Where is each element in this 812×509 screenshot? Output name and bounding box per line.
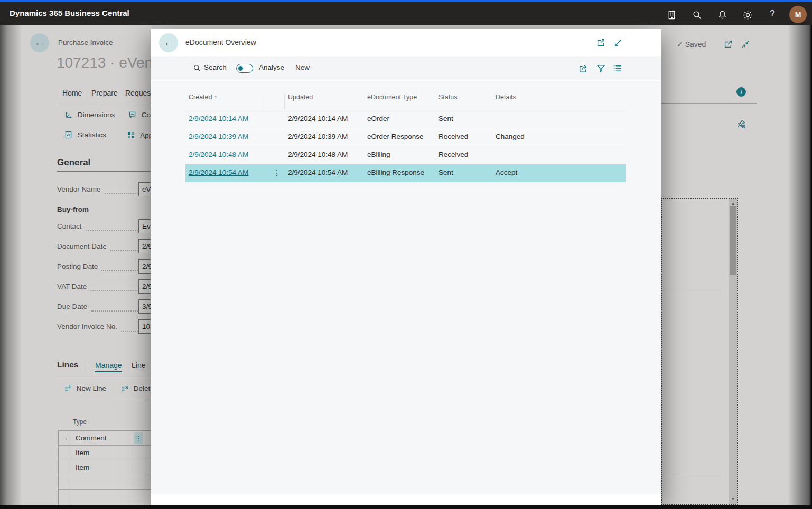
created-link[interactable]: 2/9/2024 10:39 AM bbox=[189, 133, 248, 140]
app-header: Dynamics 365 Business Central ? M bbox=[0, 0, 812, 25]
sort-ascending-icon: ↑ bbox=[214, 93, 217, 101]
edocument-overview-dialog: ← eDocument Overview Search Analyse New bbox=[151, 29, 661, 505]
filter-icon[interactable] bbox=[596, 63, 606, 76]
notifications-bell-icon[interactable] bbox=[717, 10, 727, 20]
column-header-details[interactable]: Details bbox=[496, 93, 516, 101]
table-header-row: Created ↑ Updated eDocument Type Status … bbox=[185, 93, 626, 110]
edocument-row[interactable]: 2/9/2024 10:48 AM 2/9/2024 10:48 AM eBil… bbox=[185, 146, 626, 164]
analyse-label[interactable]: Analyse bbox=[259, 63, 284, 71]
created-link[interactable]: 2/9/2024 10:48 AM bbox=[189, 150, 248, 158]
column-header-edocument-type[interactable]: eDocument Type bbox=[367, 93, 417, 101]
share-icon[interactable] bbox=[578, 63, 588, 76]
dialog-content: Created ↑ Updated eDocument Type Status … bbox=[151, 81, 661, 494]
search-icon[interactable] bbox=[193, 64, 201, 74]
settings-gear-icon[interactable] bbox=[743, 10, 753, 20]
edocument-row-selected[interactable]: 2/9/2024 10:54 AM ⋮ 2/9/2024 10:54 AM eB… bbox=[185, 164, 626, 182]
column-header-created[interactable]: Created ↑ bbox=[189, 93, 217, 101]
open-in-new-window-icon[interactable] bbox=[596, 38, 605, 48]
dialog-toolbar: Search Analyse New bbox=[151, 56, 661, 80]
dialog-header: ← eDocument Overview bbox=[151, 29, 661, 56]
column-header-status[interactable]: Status bbox=[438, 93, 457, 101]
list-options-icon[interactable] bbox=[612, 63, 622, 76]
edocument-row[interactable]: 2/9/2024 10:39 AM 2/9/2024 10:39 AM eOrd… bbox=[185, 128, 626, 146]
window-left-edge bbox=[0, 25, 22, 509]
company-icon[interactable] bbox=[667, 10, 677, 20]
avatar[interactable]: M bbox=[789, 6, 807, 23]
new-button[interactable]: New bbox=[295, 63, 310, 71]
expand-icon[interactable] bbox=[613, 38, 623, 48]
window-bottom-edge bbox=[0, 505, 812, 509]
dialog-back-button[interactable]: ← bbox=[159, 33, 178, 52]
dialog-title: eDocument Overview bbox=[185, 38, 256, 46]
analyse-toggle[interactable] bbox=[236, 64, 253, 73]
back-arrow-icon: ← bbox=[164, 37, 174, 49]
screen: Dynamics 365 Business Central ? M ← Purc… bbox=[0, 0, 812, 509]
edocument-row[interactable]: 2/9/2024 10:14 AM 2/9/2024 10:14 AM eOrd… bbox=[185, 110, 626, 128]
created-link[interactable]: 2/9/2024 10:54 AM bbox=[189, 168, 248, 176]
app-title: Dynamics 365 Business Central bbox=[10, 8, 129, 17]
window-right-edge bbox=[788, 25, 812, 509]
created-link[interactable]: 2/9/2024 10:14 AM bbox=[189, 115, 248, 122]
help-icon[interactable]: ? bbox=[769, 8, 776, 19]
search-button[interactable]: Search bbox=[204, 63, 227, 71]
search-icon[interactable] bbox=[692, 10, 702, 20]
row-menu-icon[interactable]: ⋮ bbox=[273, 168, 281, 177]
column-header-updated[interactable]: Updated bbox=[288, 93, 313, 101]
